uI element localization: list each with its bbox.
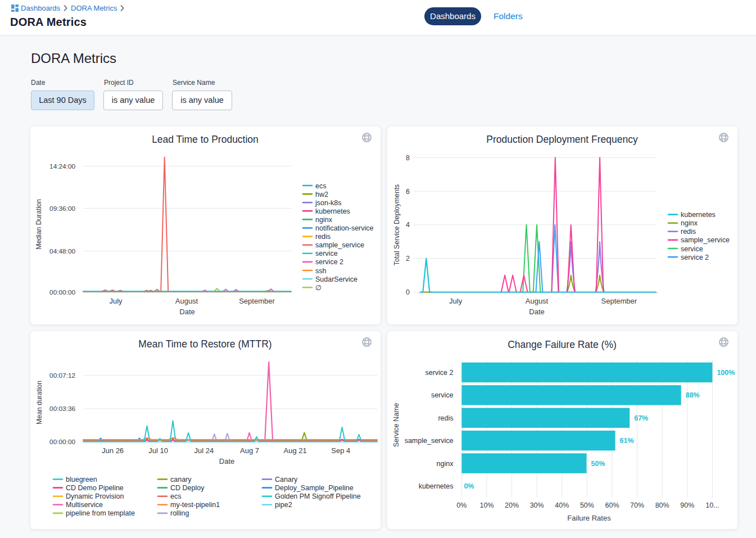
svg-text:00:00:00: 00:00:00	[49, 288, 75, 296]
svg-text:09:36:00: 09:36:00	[49, 205, 75, 213]
svg-text:4: 4	[406, 221, 410, 229]
svg-text:Canary: Canary	[275, 476, 298, 483]
svg-text:2: 2	[406, 255, 410, 263]
svg-text:July: July	[109, 297, 123, 305]
svg-text:August: August	[526, 297, 549, 305]
svg-text:70%: 70%	[630, 501, 644, 509]
svg-text:service 2: service 2	[681, 254, 709, 261]
svg-text:redis: redis	[681, 228, 696, 236]
svg-text:pipeline from template: pipeline from template	[66, 509, 135, 517]
svg-text:redis: redis	[315, 233, 331, 241]
svg-text:Mean Time to Restore (MTTR): Mean Time to Restore (MTTR)	[138, 338, 271, 350]
svg-text:0%: 0%	[464, 482, 474, 490]
svg-text:40%: 40%	[555, 501, 569, 509]
svg-text:61%: 61%	[620, 437, 634, 445]
svg-text:nginx: nginx	[315, 216, 333, 224]
svg-text:Jun 26: Jun 26	[102, 446, 124, 455]
svg-text:100%: 100%	[717, 369, 735, 377]
svg-text:ssh: ssh	[315, 267, 327, 275]
svg-text:0%: 0%	[456, 501, 467, 509]
svg-text:90%: 90%	[680, 501, 694, 509]
svg-text:service 2: service 2	[425, 369, 453, 377]
svg-text:∅: ∅	[315, 284, 322, 292]
svg-text:80%: 80%	[655, 501, 669, 509]
svg-text:20%: 20%	[505, 501, 519, 509]
svg-text:canary: canary	[170, 476, 192, 483]
svg-text:Date: Date	[219, 457, 234, 465]
svg-text:sample_service: sample_service	[405, 437, 454, 445]
svg-text:CD Deploy: CD Deploy	[170, 484, 205, 492]
svg-text:Failure Rates: Failure Rates	[567, 514, 611, 522]
svg-text:0: 0	[406, 288, 410, 296]
svg-text:50%: 50%	[580, 501, 594, 509]
svg-text:60%: 60%	[605, 501, 619, 509]
svg-text:Service Name: Service Name	[392, 403, 400, 447]
svg-text:Sep 4: Sep 4	[331, 446, 350, 455]
svg-text:sample_service: sample_service	[315, 241, 364, 249]
svg-text:ecs: ecs	[170, 492, 181, 500]
svg-text:Lead Time to Production: Lead Time to Production	[152, 134, 259, 145]
svg-text:88%: 88%	[686, 391, 700, 399]
svg-text:Jul 10: Jul 10	[148, 446, 168, 455]
svg-text:8: 8	[406, 154, 410, 162]
svg-text:04:48:00: 04:48:00	[49, 247, 75, 255]
svg-text:Production Deployment Frequenc: Production Deployment Frequency	[486, 134, 638, 145]
svg-text:July: July	[449, 297, 463, 305]
svg-text:sample_service: sample_service	[681, 236, 730, 244]
svg-text:kubernetes: kubernetes	[419, 482, 454, 490]
svg-text:00:00:00: 00:00:00	[49, 438, 75, 446]
svg-text:rolling: rolling	[170, 509, 189, 517]
svg-text:bluegreen: bluegreen	[66, 476, 97, 483]
svg-text:September: September	[239, 297, 275, 305]
svg-text:notification-service: notification-service	[315, 224, 374, 232]
svg-text:Dynamic Provision: Dynamic Provision	[66, 492, 124, 500]
svg-text:14:24:00: 14:24:00	[49, 162, 75, 170]
svg-text:Change Failure Rate (%): Change Failure Rate (%)	[508, 339, 617, 350]
svg-text:00:07:12: 00:07:12	[49, 372, 75, 379]
svg-text:pipe2: pipe2	[275, 501, 292, 509]
svg-text:Multiservice: Multiservice	[66, 501, 103, 509]
svg-text:ecs: ecs	[315, 182, 326, 190]
svg-text:67%: 67%	[634, 414, 648, 422]
svg-text:10%: 10%	[479, 501, 494, 509]
svg-text:Deploy_Sample_Pipeline: Deploy_Sample_Pipeline	[275, 484, 354, 492]
svg-text:service: service	[431, 391, 454, 399]
svg-text:SudarService: SudarService	[315, 275, 357, 283]
svg-text:50%: 50%	[591, 460, 605, 468]
svg-text:6: 6	[406, 188, 410, 196]
svg-text:Total Service Deployments: Total Service Deployments	[393, 184, 401, 265]
svg-text:kubernetes: kubernetes	[315, 207, 350, 215]
svg-text:json-k8s: json-k8s	[315, 199, 342, 207]
svg-text:Median Duration: Median Duration	[35, 199, 43, 249]
svg-text:Date: Date	[529, 308, 544, 316]
svg-text:nginx: nginx	[681, 219, 698, 227]
svg-text:CD Demo Pipeline: CD Demo Pipeline	[66, 484, 124, 492]
svg-text:service: service	[315, 250, 338, 257]
svg-text:September: September	[601, 297, 637, 305]
svg-text:Date: Date	[179, 308, 194, 316]
svg-text:hw2: hw2	[315, 191, 328, 198]
svg-text:August: August	[175, 297, 198, 305]
svg-text:Golden PM Signoff Pipeline: Golden PM Signoff Pipeline	[275, 492, 361, 500]
svg-text:Aug 21: Aug 21	[284, 446, 307, 455]
svg-text:Mean duration: Mean duration	[35, 381, 43, 424]
svg-text:service 2: service 2	[315, 258, 343, 266]
svg-text:redis: redis	[438, 414, 453, 422]
svg-text:my-test-pipelin1: my-test-pipelin1	[170, 501, 220, 509]
svg-text:nginx: nginx	[437, 460, 454, 468]
svg-text:Aug 7: Aug 7	[240, 446, 259, 455]
svg-text:30%: 30%	[530, 501, 544, 509]
svg-text:Jul 24: Jul 24	[194, 446, 214, 455]
svg-text:00:03:36: 00:03:36	[49, 405, 75, 413]
svg-text:10...: 10...	[705, 501, 719, 509]
svg-text:service: service	[681, 245, 703, 253]
svg-text:kubernetes: kubernetes	[681, 211, 716, 219]
